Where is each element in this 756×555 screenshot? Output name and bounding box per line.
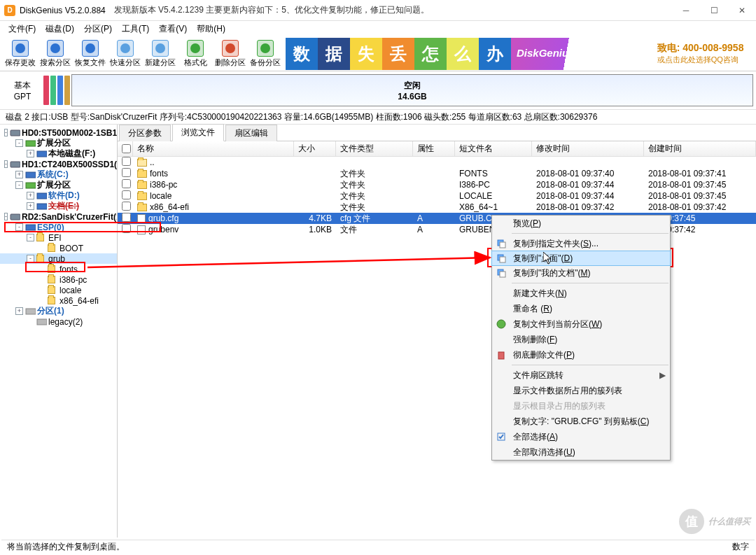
tree-node[interactable]: -HD0:ST500DM002-1SB10A(466GB) (0, 127, 117, 138)
tree-node[interactable]: locale (0, 285, 117, 295)
svg-rect-14 (37, 193, 47, 199)
file-row[interactable]: locale 文件夹 LOCALE 2018-08-01 09:37:44 20… (118, 190, 756, 202)
minimize-button[interactable]: ─ (672, 1, 700, 20)
file-row[interactable]: .. (118, 157, 756, 168)
tree-node[interactable]: +软件(D:) (0, 190, 117, 201)
svg-point-1 (50, 43, 60, 53)
select-all-checkbox[interactable] (122, 144, 131, 153)
tab[interactable]: 扇区编辑 (225, 125, 277, 141)
tree-node[interactable]: -扩展分区 (0, 138, 117, 148)
toolbar-button[interactable]: 备份分区 (248, 37, 283, 71)
context-menu[interactable]: 预览(P)复制到指定文件夹(S)...复制到"桌面"(D)复制到"我的文档"(M… (491, 215, 671, 461)
column-header[interactable]: 短文件名 (455, 141, 532, 156)
row-checkbox[interactable] (122, 213, 131, 222)
context-menu-item[interactable]: 复制文字: "GRUB.CFG" 到剪贴板(C) (492, 414, 670, 429)
context-menu-item[interactable]: 显示文件数据所占用的簇列表 (492, 383, 670, 398)
context-menu-item[interactable]: 全部取消选择(U) (492, 444, 670, 460)
disk-info-text: 磁盘 2 接口:USB 型号:SanDisk'CruzerFit 序列号:4C5… (6, 111, 597, 123)
statusbar-hint: 将当前选择的文件复制到桌面。 (7, 541, 125, 553)
tree-node[interactable]: -HD1:CT240BX500SSD1(224GB) (0, 159, 117, 169)
toolbar-button[interactable]: 快速分区 (108, 37, 143, 71)
column-header[interactable]: 名称 (133, 141, 294, 156)
context-menu-item[interactable]: 文件扇区跳转▶ (492, 367, 670, 383)
maximize-button[interactable]: ☐ (700, 1, 728, 20)
row-checkbox[interactable] (122, 190, 131, 199)
context-menu-item[interactable]: 彻底删除文件(P) (492, 347, 670, 363)
app-icon: D (4, 5, 15, 16)
svg-rect-12 (26, 172, 36, 178)
context-menu-item[interactable]: 复制到指定文件夹(S)... (492, 236, 670, 251)
tree-node[interactable]: legacy(2) (0, 316, 117, 327)
menu-separator (512, 365, 668, 365)
toolbar-button[interactable]: 恢复文件 (73, 37, 108, 71)
tree-node[interactable]: i386-pc (0, 274, 117, 285)
svg-marker-31 (543, 252, 551, 264)
row-checkbox[interactable] (122, 202, 131, 211)
column-header[interactable]: 属性 (413, 141, 455, 156)
tree-node[interactable]: +分区(1) (0, 306, 117, 316)
svg-point-4 (155, 43, 165, 53)
tree-node[interactable]: BOOT (0, 243, 117, 253)
tree-node[interactable]: -扩展分区 (0, 180, 117, 190)
menu-item[interactable]: 磁盘(D) (41, 22, 78, 36)
menu-item[interactable]: 帮助(H) (192, 22, 230, 36)
toolbar-button[interactable]: 新建分区 (143, 37, 178, 71)
menu-item[interactable]: 查看(V) (155, 22, 191, 36)
promo-banner[interactable]: 数据失丢怎么办DiskGenius 团队为您服务致电: 400-008-9958… (286, 38, 750, 70)
toolbar-button[interactable]: 保存更改 (3, 37, 38, 71)
free-space-partition[interactable]: 空闲 14.6GB (71, 74, 753, 106)
column-header[interactable]: 大小 (294, 141, 336, 156)
context-menu-item[interactable]: 新建文件夹(N) (492, 286, 670, 301)
file-list-header: 名称大小文件类型属性短文件名修改时间创建时间 (118, 141, 756, 157)
column-header[interactable]: 创建时间 (644, 141, 756, 156)
tree-node[interactable]: fonts (0, 264, 117, 274)
menu-item[interactable]: 文件(F) (4, 22, 40, 36)
update-message[interactable]: 发现新版本 V5.4.2.1239 主要更新内容如下：5、优化文件复制功能，修正… (114, 4, 429, 16)
context-menu-item[interactable]: 复制到"我的文档"(M) (492, 265, 670, 281)
tree-node[interactable]: -EFI (0, 232, 117, 243)
disk-mode-label: 基本 (14, 80, 31, 92)
row-checkbox[interactable] (122, 179, 131, 188)
tree-node[interactable]: -RD2:SanDisk'CruzerFit(15GB) (0, 211, 117, 222)
tab[interactable]: 分区参数 (119, 125, 171, 141)
close-button[interactable]: ✕ (728, 1, 756, 20)
column-header[interactable]: 修改时间 (532, 141, 644, 156)
context-menu-item[interactable]: 复制到"桌面"(D) (491, 251, 671, 266)
tree-node[interactable]: -ESP(0) (0, 222, 117, 232)
row-checkbox[interactable] (122, 224, 131, 233)
file-row[interactable]: x86_64-efi 文件夹 X86_64~1 2018-08-01 09:37… (118, 202, 756, 213)
context-menu-item[interactable]: 重命名 (R) (492, 301, 670, 316)
column-header[interactable]: 文件类型 (336, 141, 413, 156)
tab[interactable]: 浏览文件 (172, 124, 224, 141)
context-menu-item[interactable]: 复制文件到当前分区(W) (492, 316, 670, 332)
menu-separator (512, 233, 668, 234)
tree-node[interactable]: +文档(E:) (0, 201, 117, 211)
menu-item[interactable]: 分区(P) (80, 22, 116, 36)
disk-tree[interactable]: -HD0:ST500DM002-1SB10A(466GB)-扩展分区+本地磁盘(… (0, 125, 118, 538)
tree-node[interactable]: +本地磁盘(F:) (0, 148, 117, 159)
tree-node[interactable]: -grub (0, 253, 117, 264)
menu-item[interactable]: 工具(T) (118, 22, 153, 36)
svg-point-0 (15, 43, 25, 53)
svg-point-7 (260, 43, 270, 53)
row-checkbox[interactable] (122, 168, 131, 177)
row-checkbox[interactable] (122, 157, 131, 166)
toolbar-button[interactable]: 格式化 (178, 37, 213, 71)
watermark-icon: 值 (679, 509, 704, 534)
toolbar-button[interactable]: 搜索分区 (38, 37, 73, 71)
svg-point-2 (85, 43, 95, 53)
svg-rect-27 (498, 352, 504, 359)
file-row[interactable]: i386-pc 文件夹 I386-PC 2018-08-01 09:37:44 … (118, 179, 756, 190)
context-menu-item[interactable]: 预览(P) (492, 216, 670, 231)
file-row[interactable]: fonts 文件夹 FONTS 2018-08-01 09:37:40 2018… (118, 168, 756, 179)
partition-table-type: GPT (14, 92, 31, 101)
tree-node[interactable]: x86_64-efi (0, 295, 117, 306)
svg-rect-8 (10, 130, 20, 136)
tree-node[interactable]: +系统(C:) (0, 169, 117, 180)
context-menu-item[interactable]: 强制删除(F) (492, 332, 670, 347)
content-tabs: 分区参数浏览文件扇区编辑 (118, 125, 756, 141)
svg-rect-15 (37, 204, 47, 209)
disk-info-bar: 磁盘 2 接口:USB 型号:SanDisk'CruzerFit 序列号:4C5… (0, 109, 756, 125)
toolbar-button[interactable]: 删除分区 (213, 37, 248, 71)
context-menu-item[interactable]: 全部选择(A) (492, 429, 670, 444)
